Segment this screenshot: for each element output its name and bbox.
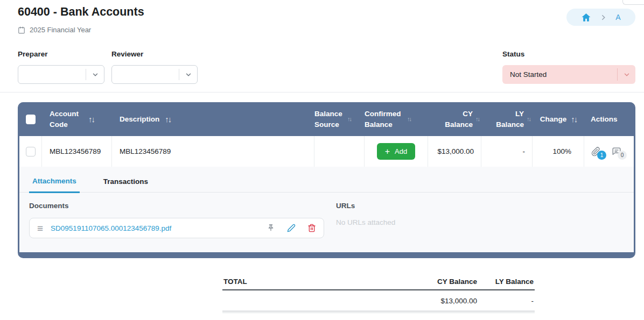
- totals-double-rule: [222, 311, 535, 313]
- accounts-table: Account Code ↑↓ Description ↑↓ Balance S…: [18, 102, 635, 258]
- detail-body: Documents ≡ SD095191107065.000123456789.…: [19, 193, 634, 252]
- delete-button[interactable]: [307, 224, 316, 232]
- table-row: MBL123456789 MBL123456789 + Add $13,000.…: [19, 136, 634, 167]
- chevron-down-icon: [179, 69, 197, 80]
- column-header-description[interactable]: Description ↑↓: [112, 113, 314, 125]
- financial-year: 2025 Financial Year: [18, 26, 91, 34]
- column-header-balance-source[interactable]: Balance Source ↑↓: [314, 109, 365, 130]
- row-detail-panel: Attachments Transactions Documents ≡ SD0…: [19, 167, 634, 252]
- column-header-actions: Actions: [584, 114, 634, 125]
- breadcrumb-link-a[interactable]: A: [615, 13, 620, 22]
- detail-tabs: Attachments Transactions: [19, 167, 634, 193]
- row-checkbox[interactable]: [26, 147, 36, 157]
- comment-count-badge: 0: [618, 151, 627, 160]
- column-header-confirmed-balance[interactable]: Confirmed Balance ↑↓: [365, 109, 428, 130]
- status-select[interactable]: Not Started: [502, 65, 635, 84]
- column-label: Description: [120, 114, 159, 125]
- preparer-label: Preparer: [18, 50, 48, 58]
- urls-heading: URLs: [336, 202, 395, 210]
- add-button[interactable]: + Add: [377, 143, 415, 160]
- sort-icon[interactable]: ↑↓: [407, 115, 411, 124]
- sort-icon[interactable]: ↑↓: [165, 113, 171, 125]
- status-label: Status: [502, 50, 524, 58]
- comments-button[interactable]: 0: [612, 147, 621, 157]
- totals-cy-value: $13,000.00: [418, 297, 477, 305]
- page: 60400 - Bank Accounts 2025 Financial Yea…: [0, 0, 644, 320]
- description-cell: MBL123456789: [112, 136, 314, 167]
- financial-year-label: 2025 Financial Year: [30, 26, 91, 34]
- sort-icon[interactable]: ↑↓: [527, 115, 530, 124]
- totals-cy-header: CY Balance: [418, 278, 477, 286]
- totals-value-row: $13,000.00 -: [222, 290, 535, 311]
- confirmed-balance-cell: + Add: [365, 136, 428, 167]
- chevron-down-icon: [86, 69, 104, 80]
- totals-header-row: TOTAL CY Balance LY Balance: [222, 276, 535, 290]
- total-label: TOTAL: [223, 278, 418, 286]
- sort-icon[interactable]: ↑↓: [88, 113, 94, 125]
- preparer-select[interactable]: [18, 65, 104, 84]
- drag-handle-icon[interactable]: ≡: [37, 223, 43, 233]
- documents-heading: Documents: [29, 202, 324, 210]
- header-checkbox[interactable]: [26, 115, 36, 124]
- table-header-row: Account Code ↑↓ Description ↑↓ Balance S…: [19, 102, 634, 136]
- balance-source-cell: [314, 136, 365, 167]
- urls-section: URLs No URLs attached: [336, 202, 395, 238]
- pin-icon: [267, 224, 275, 232]
- add-button-label: Add: [395, 147, 407, 155]
- sort-icon[interactable]: ↑↓: [571, 113, 577, 125]
- edit-button[interactable]: [287, 224, 296, 232]
- tab-attachments[interactable]: Attachments: [29, 177, 80, 193]
- actions-cell: 1 0: [584, 136, 634, 167]
- section-divider: [0, 92, 644, 93]
- column-header-account-code[interactable]: Account Code ↑↓: [42, 109, 112, 130]
- sort-icon[interactable]: ↑↓: [475, 115, 479, 124]
- plus-icon: +: [385, 147, 390, 156]
- totals-ly-value: -: [477, 297, 534, 305]
- cy-balance-cell: $13,000.00: [428, 136, 481, 167]
- chevron-right-icon: [600, 14, 607, 21]
- reviewer-select[interactable]: [111, 65, 198, 84]
- account-code-cell: MBL123456789: [42, 136, 112, 167]
- page-title: 60400 - Bank Accounts: [18, 5, 144, 19]
- chevron-down-icon: [617, 68, 635, 81]
- breadcrumb: A: [566, 9, 635, 26]
- totals-ly-header: LY Balance: [477, 278, 534, 286]
- status-value: Not Started: [502, 70, 547, 79]
- column-label: Actions: [591, 114, 618, 125]
- pin-button[interactable]: [267, 224, 275, 232]
- pencil-icon: [287, 224, 296, 232]
- document-row: ≡ SD095191107065.000123456789.pdf: [29, 218, 324, 238]
- totals-table: TOTAL CY Balance LY Balance $13,000.00 -: [222, 276, 535, 313]
- sort-icon[interactable]: ↑↓: [347, 115, 351, 124]
- column-label: Balance Source: [314, 109, 345, 130]
- change-cell: 100%: [533, 136, 584, 167]
- column-header-ly-balance[interactable]: LY Balance ↑↓: [481, 109, 533, 130]
- calendar-icon: [18, 26, 25, 34]
- reviewer-label: Reviewer: [111, 50, 143, 58]
- column-header-cy-balance[interactable]: CY Balance ↑↓: [428, 109, 481, 130]
- trash-icon: [307, 224, 316, 232]
- column-label: Confirmed Balance: [365, 109, 404, 130]
- home-button[interactable]: [581, 12, 591, 23]
- document-link[interactable]: SD095191107065.000123456789.pdf: [51, 224, 255, 232]
- corner-popup-fragment: [622, 0, 644, 5]
- column-label: Change: [540, 114, 567, 125]
- attachments-button[interactable]: 1: [591, 147, 601, 157]
- ly-balance-cell: -: [481, 136, 533, 167]
- column-label: Account Code: [50, 109, 83, 130]
- column-label: LY Balance: [493, 109, 524, 130]
- tab-transactions[interactable]: Transactions: [100, 177, 151, 192]
- urls-empty-text: No URLs attached: [336, 218, 395, 226]
- home-icon: [581, 12, 591, 23]
- attachment-count-badge: 1: [597, 151, 606, 160]
- documents-section: Documents ≡ SD095191107065.000123456789.…: [29, 202, 324, 238]
- column-header-change[interactable]: Change ↑↓: [533, 113, 584, 125]
- column-label: CY Balance: [442, 109, 473, 130]
